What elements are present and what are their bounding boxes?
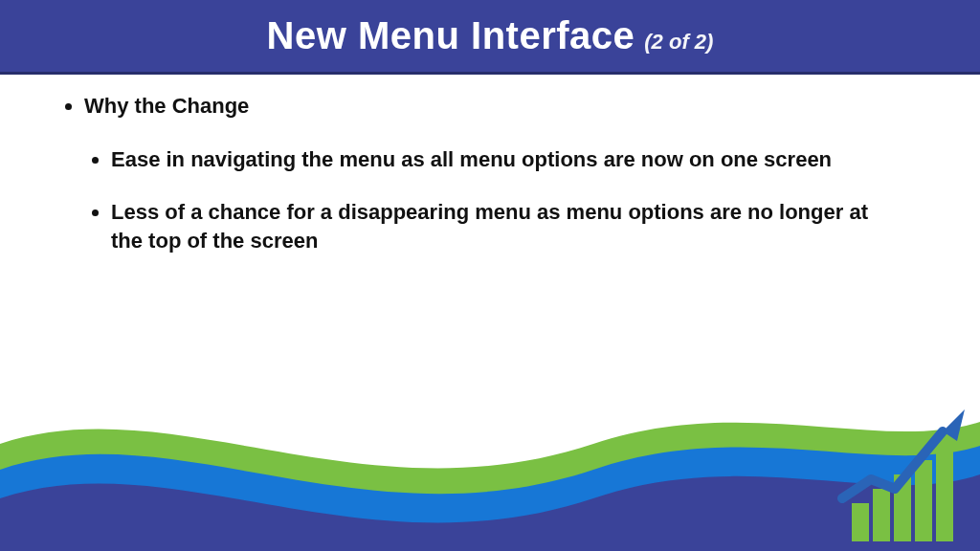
wave-blue — [0, 441, 980, 522]
slide-header: New Menu Interface (2 of 2) — [0, 0, 980, 75]
svg-rect-0 — [852, 503, 869, 541]
arrow-head-icon — [943, 409, 965, 441]
slide-page-indicator: (2 of 2) — [644, 30, 713, 55]
svg-rect-4 — [936, 446, 953, 541]
arrow-line-icon — [842, 431, 943, 498]
slide-body: Why the Change Ease in navigating the me… — [0, 75, 980, 255]
sub-bullet-item: Ease in navigating the menu as all menu … — [111, 145, 905, 174]
bullet-list: Why the Change — [67, 92, 913, 121]
slide: New Menu Interface (2 of 2) Why the Chan… — [0, 0, 980, 551]
bullet-heading: Why the Change — [84, 92, 913, 121]
growth-chart-icon — [842, 409, 965, 541]
svg-rect-1 — [873, 489, 890, 541]
wave-green — [0, 422, 980, 494]
footer-wave-graphic — [0, 350, 980, 551]
slide-title: New Menu Interface — [267, 14, 635, 57]
svg-rect-2 — [894, 474, 911, 541]
slide-title-group: New Menu Interface (2 of 2) — [267, 14, 714, 57]
sub-bullet-list: Ease in navigating the menu as all menu … — [67, 145, 913, 255]
svg-rect-3 — [915, 460, 932, 541]
wave-navy — [0, 441, 980, 551]
sub-bullet-item: Less of a chance for a disappearing menu… — [111, 198, 905, 254]
